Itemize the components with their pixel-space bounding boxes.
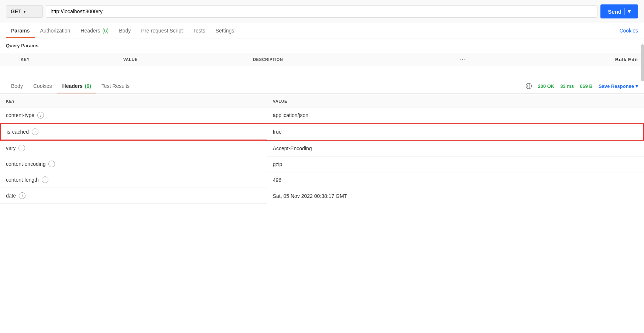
info-icon[interactable]: i	[42, 176, 48, 183]
header-value-cell: 496	[267, 172, 644, 188]
response-status: 200 OK 33 ms 669 B Save Response ▾	[525, 83, 638, 89]
params-table: KEY VALUE DESCRIPTION ··· Bulk Edit	[0, 53, 644, 77]
cookies-link[interactable]: Cookies	[619, 28, 638, 34]
header-key-cell: content-encodingi	[0, 156, 267, 172]
info-icon[interactable]: i	[48, 161, 55, 167]
three-dots-icon[interactable]: ···	[459, 56, 466, 62]
params-dots-col: ···	[453, 53, 472, 66]
send-label: Send	[608, 8, 621, 15]
header-key-cell: content-typei	[0, 107, 267, 123]
header-value-cell: application/json	[267, 107, 644, 124]
params-checkbox-col	[0, 53, 15, 66]
tab-authorization[interactable]: Authorization	[35, 23, 76, 38]
params-empty-row	[0, 66, 644, 77]
info-icon[interactable]: i	[18, 145, 25, 151]
response-tabs: Body Cookies Headers (6) Test Results 20…	[0, 79, 644, 94]
info-icon[interactable]: i	[19, 192, 25, 199]
url-bar: GET ▾ Send ▾	[0, 0, 644, 23]
header-key-cell: datei	[0, 188, 267, 204]
params-value-header: VALUE	[117, 53, 247, 66]
header-value-cell: true	[267, 123, 644, 140]
params-key-header: KEY	[15, 53, 117, 66]
request-tabs: Params Authorization Headers (6) Body Pr…	[0, 23, 644, 38]
globe-icon	[525, 83, 532, 89]
response-tab-cookies[interactable]: Cookies	[28, 79, 57, 93]
info-icon[interactable]: i	[37, 112, 44, 119]
tab-headers[interactable]: Headers (6)	[75, 23, 114, 38]
table-row: dateiSat, 05 Nov 2022 00:38:17 GMT	[0, 188, 644, 204]
url-input[interactable]	[46, 5, 597, 18]
header-value-cell: gzip	[267, 156, 644, 172]
tab-pre-request-script[interactable]: Pre-request Script	[136, 23, 188, 38]
save-response-button[interactable]: Save Response ▾	[599, 83, 638, 89]
query-params-title: Query Params	[0, 38, 644, 53]
send-chevron-icon: ▾	[628, 8, 631, 15]
headers-value-header: VALUE	[267, 95, 644, 107]
save-response-chevron-icon: ▾	[636, 83, 638, 89]
method-chevron-icon: ▾	[24, 10, 25, 14]
tab-settings[interactable]: Settings	[210, 23, 240, 38]
header-value-cell: Accept-Encoding	[267, 140, 644, 156]
headers-key-header: KEY	[0, 95, 267, 107]
response-size: 669 B	[580, 83, 593, 89]
params-description-header: DESCRIPTION	[247, 53, 453, 66]
table-row: content-lengthi496	[0, 172, 644, 188]
method-select[interactable]: GET ▾	[6, 5, 43, 18]
send-divider	[624, 8, 625, 15]
save-response-label: Save Response	[599, 83, 634, 89]
response-time: 33 ms	[560, 83, 574, 89]
header-key-cell: varyi	[0, 140, 267, 156]
response-tab-test-results[interactable]: Test Results	[96, 79, 135, 93]
header-value-cell: Sat, 05 Nov 2022 00:38:17 GMT	[267, 188, 644, 204]
headers-table: KEY VALUE content-typeiapplication/jsoni…	[0, 95, 644, 204]
info-icon[interactable]: i	[32, 128, 38, 135]
table-row: is-cacheditrue	[0, 123, 644, 140]
send-button[interactable]: Send ▾	[600, 4, 638, 18]
response-tab-headers[interactable]: Headers (6)	[57, 79, 96, 93]
scrollbar[interactable]	[641, 44, 644, 81]
table-row: content-encodingigzip	[0, 156, 644, 172]
params-bulk-edit[interactable]: Bulk Edit	[472, 53, 644, 66]
method-label: GET	[11, 8, 21, 14]
response-tab-body[interactable]: Body	[6, 79, 28, 93]
table-row: content-typeiapplication/json	[0, 107, 644, 124]
header-key-cell: is-cachedi	[0, 123, 267, 140]
tab-params[interactable]: Params	[6, 23, 35, 38]
tab-tests[interactable]: Tests	[188, 23, 210, 38]
header-key-cell: content-lengthi	[0, 172, 267, 188]
table-row: varyiAccept-Encoding	[0, 140, 644, 156]
status-code: 200 OK	[538, 83, 555, 89]
tab-body[interactable]: Body	[114, 23, 136, 38]
